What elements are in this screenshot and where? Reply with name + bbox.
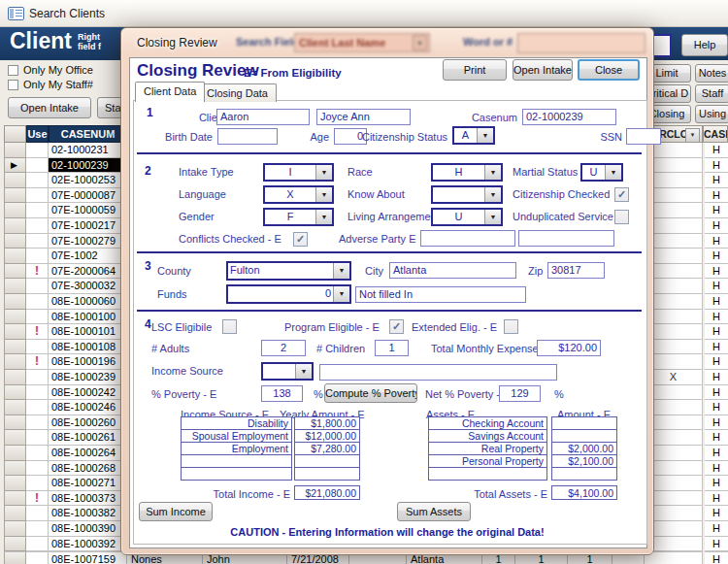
income-amounts-cell[interactable]: $7,280.00: [294, 442, 360, 455]
case-cell[interactable]: H: [705, 173, 728, 188]
casenum-cell[interactable]: 07E-2000064: [49, 264, 127, 280]
income-labels-cell[interactable]: [181, 454, 292, 468]
casenum-cell[interactable]: 08E-1000392: [49, 537, 127, 552]
casenum-cell[interactable]: 08E-1000239: [49, 370, 127, 385]
case-cell[interactable]: H: [705, 370, 728, 385]
print-button[interactable]: Print: [443, 59, 507, 81]
case-cell[interactable]: H: [705, 188, 728, 204]
monthly-expenses-field[interactable]: $120.00: [537, 340, 601, 356]
row-selector[interactable]: [4, 354, 26, 370]
asset-amounts-cell[interactable]: $2,000.00: [551, 442, 617, 455]
casenum-cell[interactable]: 08E-1000382: [49, 506, 127, 521]
row-selector[interactable]: [4, 279, 26, 294]
chevron-down-icon[interactable]: [484, 187, 501, 202]
row-selector[interactable]: [4, 491, 26, 507]
language-combo[interactable]: X: [263, 185, 334, 204]
chevron-down-icon[interactable]: [295, 364, 312, 379]
casenum-cell[interactable]: 08E-1000373: [49, 491, 127, 507]
income-amounts-cell[interactable]: $12,000.00: [294, 429, 360, 443]
zip-field[interactable]: 30817: [547, 262, 605, 279]
table-row-cell[interactable]: [26, 551, 49, 564]
adverse-party-field-1[interactable]: [420, 230, 515, 247]
case-cell[interactable]: H: [705, 310, 728, 325]
row-selector[interactable]: [4, 385, 26, 401]
case-cell[interactable]: H: [705, 415, 728, 431]
ssn-field[interactable]: [626, 128, 661, 145]
row-selector[interactable]: [4, 461, 26, 477]
sum-assets-button[interactable]: Sum Assets: [397, 502, 471, 521]
gender-combo[interactable]: F: [263, 208, 334, 226]
row-selector[interactable]: [4, 340, 26, 355]
children-field[interactable]: 1: [375, 340, 409, 356]
income-labels-cell[interactable]: [181, 467, 292, 481]
use-cell[interactable]: [26, 310, 49, 325]
case-cell[interactable]: H: [705, 234, 728, 249]
case-cell[interactable]: H: [705, 340, 728, 355]
row-selector[interactable]: [4, 400, 26, 415]
case-cell[interactable]: H: [705, 461, 728, 477]
row-selector[interactable]: [4, 324, 26, 340]
adults-field[interactable]: 2: [261, 340, 306, 356]
compute-poverty-button[interactable]: Compute % Poverty: [324, 383, 417, 403]
intake-type-combo[interactable]: I: [263, 163, 334, 182]
row-selector[interactable]: [4, 294, 26, 310]
unduplicated-service-checkbox[interactable]: [614, 210, 629, 224]
use-cell[interactable]: [26, 491, 49, 507]
casenum-cell[interactable]: 08E-1000242: [49, 385, 127, 401]
know-about-combo[interactable]: [431, 185, 503, 204]
use-cell[interactable]: [26, 461, 49, 477]
income-amounts-cell[interactable]: [294, 467, 360, 481]
close-button[interactable]: Close: [578, 59, 640, 81]
row-selector[interactable]: [4, 415, 26, 431]
income-labels-cell[interactable]: Disability: [181, 416, 292, 430]
casenum-cell[interactable]: 08E-1000108: [49, 340, 127, 355]
client-first-field[interactable]: Aaron: [216, 109, 310, 125]
casenum-cell[interactable]: 08E-1000101: [49, 324, 127, 340]
row-selector[interactable]: [4, 188, 26, 204]
casenum-cell[interactable]: 08E-1000246: [49, 400, 127, 415]
use-cell[interactable]: [26, 218, 49, 234]
row-selector[interactable]: [4, 537, 26, 552]
income-labels-cell[interactable]: Spousal Employment: [181, 429, 292, 443]
use-cell[interactable]: [26, 370, 49, 385]
program-eligible-checkbox[interactable]: [389, 319, 404, 334]
casenum-cell[interactable]: 08E-1000060: [49, 294, 127, 310]
use-cell[interactable]: [26, 415, 49, 431]
casenum-cell[interactable]: 08E-1000268: [49, 461, 127, 477]
casenum-cell[interactable]: 08E-1000261: [49, 430, 127, 446]
use-cell[interactable]: [26, 430, 49, 446]
citizenship-status-combo[interactable]: A: [452, 126, 495, 145]
chevron-down-icon[interactable]: [605, 165, 621, 180]
income-source-combo[interactable]: [261, 362, 314, 381]
chevron-down-icon[interactable]: [315, 165, 332, 180]
use-cell[interactable]: [26, 249, 49, 264]
use-cell[interactable]: [26, 158, 49, 174]
income-labels-cell[interactable]: Employment: [181, 442, 292, 455]
chevron-down-icon[interactable]: [484, 165, 501, 180]
income-source-desc-field[interactable]: [319, 364, 557, 381]
case-cell[interactable]: H: [705, 279, 728, 294]
case-cell[interactable]: H: [705, 264, 728, 280]
income-amounts-cell[interactable]: [294, 454, 360, 468]
case-cell[interactable]: H: [705, 218, 728, 234]
race-combo[interactable]: H: [431, 163, 503, 182]
martial-status-combo[interactable]: U: [580, 163, 623, 182]
row-selector[interactable]: [4, 143, 26, 158]
row-selector[interactable]: [4, 173, 26, 188]
row-selector[interactable]: [4, 430, 26, 446]
casenum-cell[interactable]: 08E-1000264: [49, 446, 127, 461]
sum-income-button[interactable]: Sum Income: [139, 502, 213, 521]
row-selector[interactable]: [4, 158, 26, 174]
case-cell[interactable]: H: [705, 294, 728, 310]
open-intake-button[interactable]: Open Intake: [513, 59, 573, 81]
asset-labels-cell[interactable]: [428, 467, 547, 481]
row-selector[interactable]: [4, 370, 26, 385]
casenum-cell[interactable]: 07E-1000217: [49, 218, 127, 234]
use-cell[interactable]: [26, 294, 49, 310]
use-cell[interactable]: [26, 234, 49, 249]
casenum-cell[interactable]: 07E-0000087: [49, 188, 127, 204]
use-cell[interactable]: [26, 446, 49, 461]
asset-labels-cell[interactable]: Personal Property: [428, 454, 547, 468]
asset-amounts-cell[interactable]: [551, 416, 617, 430]
asset-amounts-cell[interactable]: [551, 467, 617, 481]
